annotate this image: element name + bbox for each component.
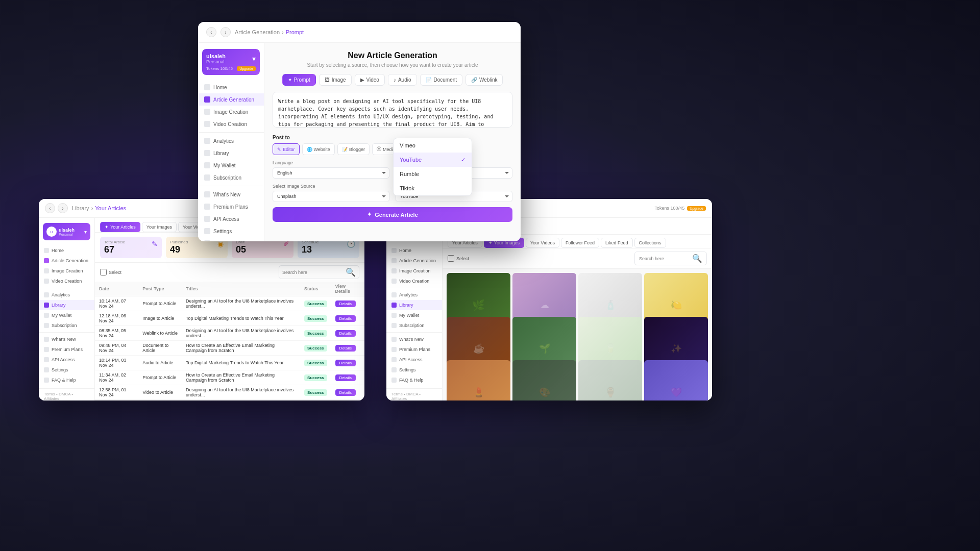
dropdown-item-vimeo[interactable]: Vimeo (394, 138, 472, 153)
stat-total-value: 67 (104, 244, 125, 255)
language-select[interactable]: English (273, 167, 389, 179)
forward-button[interactable]: › (220, 27, 231, 37)
img-placeholder-11: 🏺 (578, 360, 642, 400)
tab-image[interactable]: 🖼 Image (319, 74, 352, 86)
sidebar-item-my-wallet[interactable]: My Wallet (198, 159, 264, 171)
rw-upgrade-badge[interactable]: Upgrade (687, 206, 706, 211)
sidebar-item-video-creation[interactable]: Video Creation (198, 118, 264, 130)
tab-document[interactable]: 📄 Document (420, 74, 463, 86)
lw-nav-article-generation[interactable]: Article Generation (39, 256, 94, 266)
lw-tab-your-images[interactable]: Your Images (142, 222, 177, 232)
details-button[interactable]: Details (335, 330, 356, 337)
post-to-editor[interactable]: ✎ Editor (273, 143, 300, 155)
details-button[interactable]: Details (335, 345, 356, 352)
sidebar-item-article-generation[interactable]: Article Generation (198, 93, 264, 106)
form-row-2: Select Image Source Unsplash Select Vide… (273, 184, 512, 202)
sidebar-item-home[interactable]: Home (198, 81, 264, 93)
rw-nav-image[interactable]: Image Creation (386, 266, 442, 276)
image-card-11[interactable]: 🏺 (578, 360, 642, 400)
prompt-textarea[interactable]: Write a blog post on designing an AI too… (273, 92, 512, 128)
post-to-blogger[interactable]: 📝 Blogger (337, 143, 370, 155)
dropdown-item-rumble[interactable]: Rumble (394, 167, 472, 181)
image-card-12[interactable]: 💜 (644, 360, 708, 400)
sidebar-item-faq-help[interactable]: FAQ & Help (198, 237, 264, 241)
cell-post-type: Weblink to Article (138, 326, 182, 341)
cell-title: Designing an AI tool for the UI8 Marketp… (182, 326, 300, 341)
lw-nav-subscription[interactable]: Subscription (39, 320, 94, 331)
lw-nav-analytics[interactable]: Analytics (39, 290, 94, 300)
rw-nav-premium-label: Premium Plans (399, 347, 430, 352)
tab-video[interactable]: ▶ Video (355, 74, 385, 86)
lw-forward-button[interactable]: › (58, 203, 68, 213)
table-row: 08:35 AM, 05 Nov 24 Weblink to Article D… (95, 326, 364, 341)
rw-nav-settings[interactable]: Settings (386, 365, 442, 375)
details-button[interactable]: Details (335, 300, 356, 307)
select-all-checkbox[interactable] (100, 269, 107, 276)
rw-tab-collections[interactable]: Collections (634, 238, 666, 248)
rw-nav-api[interactable]: API Access (386, 355, 442, 365)
rw-nav-premium[interactable]: Premium Plans (386, 344, 442, 355)
sidebar-item-premium-plans[interactable]: Premium Plans (198, 201, 264, 213)
image-card-9[interactable]: 💄 (447, 360, 510, 400)
sidebar-item-subscription[interactable]: Subscription (198, 171, 264, 184)
rw-nav-wallet[interactable]: My Wallet (386, 310, 442, 320)
generate-article-button[interactable]: ✦ Generate Article (273, 207, 512, 222)
editor-label: Editor (283, 147, 295, 152)
details-button[interactable]: Details (335, 360, 356, 366)
lw-nav-library[interactable]: Library (39, 300, 94, 310)
dropdown-item-tiktok[interactable]: Tiktok (394, 181, 472, 195)
lw-nav-video-creation[interactable]: Video Creation (39, 276, 94, 286)
rw-nav-subscription[interactable]: Subscription (386, 320, 442, 331)
lw-nav-whats-new[interactable]: What's New (39, 334, 94, 344)
language-label: Language (273, 160, 389, 165)
editor-icon: ✎ (277, 147, 281, 152)
lw-nav-api[interactable]: API Access (39, 355, 94, 365)
sidebar-item-library[interactable]: Library (198, 147, 264, 159)
user-name: ulsaleh (206, 53, 226, 59)
rw-nav-library[interactable]: Library (386, 300, 442, 310)
rw-select-all-checkbox[interactable] (448, 255, 454, 262)
lw-main-content: ✦ Your Articles Your Images Your Videos … (95, 218, 364, 400)
status-badge: Success (304, 389, 327, 396)
rw-nav-whatsnew[interactable]: What's New (386, 334, 442, 344)
lw-nav-image-creation[interactable]: Image Creation (39, 266, 94, 276)
rw-tab-liked-feed[interactable]: Liked Feed (601, 238, 633, 248)
lw-nav-premium[interactable]: Premium Plans (39, 344, 94, 355)
rw-search-input[interactable] (639, 256, 690, 261)
rw-nav-analytics[interactable]: Analytics (386, 290, 442, 300)
rw-nav-home[interactable]: Home (386, 245, 442, 256)
sidebar-item-image-creation[interactable]: Image Creation (198, 106, 264, 118)
sidebar-item-analytics[interactable]: Analytics (198, 135, 264, 147)
image-card-10[interactable]: 🎨 A serene and surreal scene depict... a… (512, 360, 576, 400)
lw-nav-settings[interactable]: Settings (39, 365, 94, 375)
tab-weblink[interactable]: 🔗 Weblink (465, 74, 503, 86)
lw-tab-your-articles[interactable]: ✦ Your Articles (100, 222, 140, 232)
website-icon: 🌐 (307, 147, 312, 152)
image-source-select[interactable]: Unsplash (273, 191, 389, 202)
rw-nav-faq[interactable]: FAQ & Help (386, 375, 442, 385)
tab-prompt[interactable]: ✦ Prompt (282, 74, 316, 86)
upgrade-badge[interactable]: Upgrade (237, 66, 256, 71)
lw-nav-faq[interactable]: FAQ & Help (39, 375, 94, 385)
table-search-input[interactable] (282, 270, 344, 275)
post-to-website[interactable]: 🌐 Website (302, 143, 335, 155)
rw-tab-follower-feed[interactable]: Follower Feed (561, 238, 599, 248)
sidebar-item-whats-new[interactable]: What's New (198, 188, 264, 201)
chevron-down-icon: ▾ (252, 55, 256, 63)
lw-back-button[interactable]: ‹ (45, 203, 55, 213)
lw-layout: u ulsaleh Personal ▾ Home Article Genera… (39, 218, 364, 400)
rw-nav-article[interactable]: Article Generation (386, 256, 442, 266)
lw-nav-home[interactable]: Home (39, 245, 94, 256)
lw-nav-my-wallet[interactable]: My Wallet (39, 310, 94, 320)
details-button[interactable]: Details (335, 374, 356, 381)
sidebar-item-api-access[interactable]: API Access (198, 213, 264, 225)
rw-nav-video[interactable]: Video Creation (386, 276, 442, 286)
tab-audio[interactable]: ♪ Audio (388, 74, 417, 86)
rw-follower-label: Follower Feed (566, 240, 595, 245)
rw-tab-your-videos[interactable]: Your Videos (526, 238, 559, 248)
details-button[interactable]: Details (335, 315, 356, 322)
back-button[interactable]: ‹ (206, 27, 216, 37)
details-button[interactable]: Details (335, 389, 356, 396)
dropdown-item-youtube[interactable]: YouTube ✓ (394, 153, 472, 167)
sidebar-item-settings[interactable]: Settings (198, 225, 264, 237)
